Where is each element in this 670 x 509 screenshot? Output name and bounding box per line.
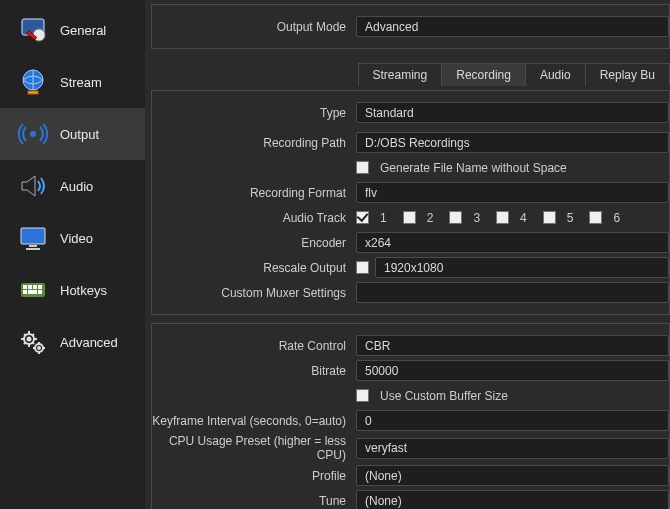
rate-control-label: Rate Control <box>152 339 356 353</box>
sidebar-item-label: General <box>60 23 106 38</box>
settings-main: Output Mode Advanced Streaming Recording… <box>145 0 670 509</box>
sidebar-item-label: Video <box>60 231 93 246</box>
sidebar-item-label: Advanced <box>60 335 118 350</box>
svg-point-20 <box>38 347 40 349</box>
sidebar-item-label: Audio <box>60 179 93 194</box>
wrench-icon <box>18 15 48 45</box>
custom-buffer-checkbox[interactable] <box>356 389 369 402</box>
sidebar-item-hotkeys[interactable]: Hotkeys <box>0 264 145 316</box>
globe-icon <box>18 67 48 97</box>
audio-track-1-label: 1 <box>380 211 387 225</box>
encoder-select[interactable]: x264 <box>356 232 669 253</box>
gen-filename-nospace-label: Generate File Name without Space <box>380 161 567 175</box>
rate-control-value: CBR <box>365 339 390 353</box>
rescale-output-input[interactable]: 1920x1080 <box>375 257 669 278</box>
custom-muxer-input[interactable] <box>356 282 669 303</box>
cpu-preset-value: veryfast <box>365 441 407 455</box>
rescale-output-label: Rescale Output <box>152 261 356 275</box>
output-tabs: Streaming Recording Audio Replay Bu <box>145 59 670 86</box>
output-mode-select[interactable]: Advanced <box>356 16 669 37</box>
output-mode-value: Advanced <box>365 20 418 34</box>
sidebar-item-label: Output <box>60 127 99 142</box>
audio-track-4-checkbox[interactable] <box>496 211 509 224</box>
output-mode-group: Output Mode Advanced <box>151 4 670 49</box>
broadcast-icon <box>18 119 48 149</box>
settings-sidebar: General Stream Output Audio Video Hotkey… <box>0 0 145 509</box>
tab-replay-buffer[interactable]: Replay Bu <box>585 63 670 86</box>
recording-format-label: Recording Format <box>152 186 356 200</box>
svg-rect-14 <box>23 290 27 294</box>
svg-rect-6 <box>21 228 45 244</box>
tab-audio[interactable]: Audio <box>525 63 586 86</box>
svg-rect-11 <box>28 285 32 289</box>
sidebar-item-output[interactable]: Output <box>0 108 145 160</box>
type-label: Type <box>152 106 356 120</box>
profile-label: Profile <box>152 469 356 483</box>
audio-track-5-checkbox[interactable] <box>543 211 556 224</box>
svg-rect-16 <box>38 290 42 294</box>
keyboard-icon <box>18 275 48 305</box>
rescale-output-placeholder: 1920x1080 <box>384 261 443 275</box>
sidebar-item-video[interactable]: Video <box>0 212 145 264</box>
keyframe-interval-value: 0 <box>365 414 372 428</box>
rate-control-select[interactable]: CBR <box>356 335 669 356</box>
bitrate-value: 50000 <box>365 364 398 378</box>
audio-track-checkboxes: 1 2 3 4 5 6 <box>356 211 669 225</box>
audio-track-1-checkbox[interactable] <box>356 211 369 224</box>
audio-track-6-label: 6 <box>613 211 620 225</box>
audio-track-label: Audio Track <box>152 211 356 225</box>
audio-track-6-checkbox[interactable] <box>589 211 602 224</box>
type-value: Standard <box>365 106 414 120</box>
bitrate-input[interactable]: 50000 <box>356 360 669 381</box>
recording-format-value: flv <box>365 186 377 200</box>
bitrate-label: Bitrate <box>152 364 356 378</box>
svg-rect-15 <box>28 290 37 294</box>
svg-point-5 <box>30 131 36 137</box>
audio-track-5-label: 5 <box>567 211 574 225</box>
gen-filename-nospace-checkbox[interactable] <box>356 161 369 174</box>
svg-rect-4 <box>28 91 38 94</box>
encoder-settings-group: Rate Control CBR Bitrate 50000 Use Custo… <box>151 323 670 509</box>
encoder-label: Encoder <box>152 236 356 250</box>
sidebar-item-audio[interactable]: Audio <box>0 160 145 212</box>
sidebar-item-general[interactable]: General <box>0 4 145 56</box>
audio-track-2-checkbox[interactable] <box>403 211 416 224</box>
speaker-icon <box>18 171 48 201</box>
sidebar-item-label: Hotkeys <box>60 283 107 298</box>
keyframe-interval-label: Keyframe Interval (seconds, 0=auto) <box>152 414 356 428</box>
tune-select[interactable]: (None) <box>356 490 669 509</box>
gears-icon <box>18 327 48 357</box>
tab-recording[interactable]: Recording <box>441 63 526 86</box>
svg-rect-10 <box>23 285 27 289</box>
type-select[interactable]: Standard <box>356 102 669 123</box>
svg-rect-8 <box>26 248 40 250</box>
custom-buffer-label: Use Custom Buffer Size <box>380 389 508 403</box>
sidebar-item-advanced[interactable]: Advanced <box>0 316 145 368</box>
tune-label: Tune <box>152 494 356 508</box>
monitor-icon <box>18 223 48 253</box>
encoder-value: x264 <box>365 236 391 250</box>
cpu-preset-select[interactable]: veryfast <box>356 438 669 459</box>
audio-track-2-label: 2 <box>427 211 434 225</box>
output-mode-label: Output Mode <box>152 20 356 34</box>
audio-track-3-checkbox[interactable] <box>449 211 462 224</box>
recording-format-select[interactable]: flv <box>356 182 669 203</box>
rescale-output-checkbox[interactable] <box>356 261 369 274</box>
recording-path-value: D:/OBS Recordings <box>365 136 470 150</box>
audio-track-3-label: 3 <box>473 211 480 225</box>
audio-track-4-label: 4 <box>520 211 527 225</box>
recording-path-input[interactable]: D:/OBS Recordings <box>356 132 669 153</box>
custom-muxer-label: Custom Muxer Settings <box>152 286 356 300</box>
recording-group: Type Standard Recording Path D:/OBS Reco… <box>151 90 670 315</box>
sidebar-item-label: Stream <box>60 75 102 90</box>
profile-select[interactable]: (None) <box>356 465 669 486</box>
keyframe-interval-input[interactable]: 0 <box>356 410 669 431</box>
recording-path-label: Recording Path <box>152 136 356 150</box>
svg-point-18 <box>28 338 31 341</box>
cpu-preset-label: CPU Usage Preset (higher = less CPU) <box>152 434 356 462</box>
svg-rect-13 <box>38 285 42 289</box>
profile-value: (None) <box>365 469 402 483</box>
sidebar-item-stream[interactable]: Stream <box>0 56 145 108</box>
tab-streaming[interactable]: Streaming <box>358 63 443 86</box>
svg-rect-12 <box>33 285 37 289</box>
